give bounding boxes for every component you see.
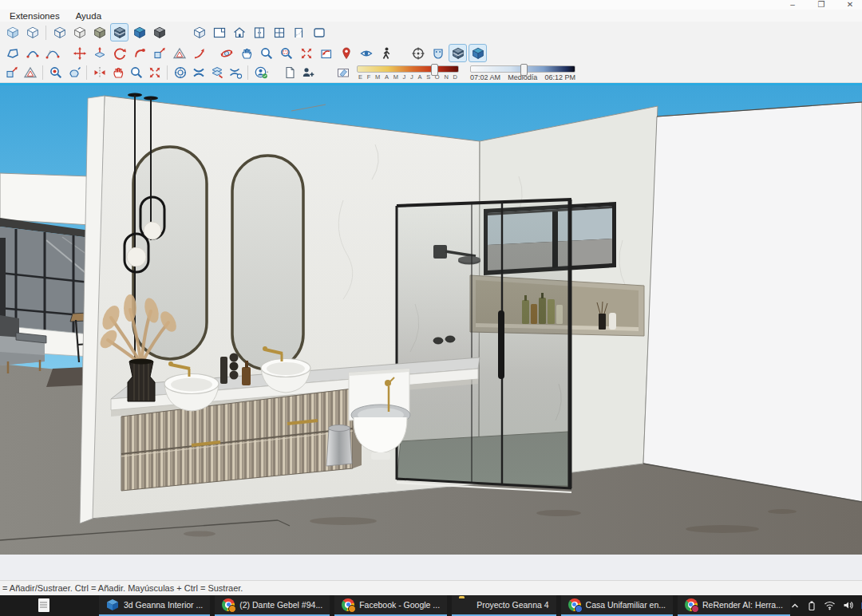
- date-slider-thumb[interactable]: [431, 64, 438, 76]
- zoom-tool-icon[interactable]: [257, 44, 275, 62]
- triangle-tool-icon[interactable]: [22, 65, 38, 81]
- close-button[interactable]: ✕: [844, 1, 856, 9]
- taskbar-app-3d-geanna-interior-[interactable]: 3d Geanna Interior ...: [99, 595, 210, 616]
- taskbar-app-rerender-ai-herra-[interactable]: ReRender AI: Herra...: [678, 595, 790, 616]
- shower-glass[interactable]: [397, 200, 570, 488]
- simplify-tool-icon[interactable]: [190, 44, 208, 62]
- curve-tool-icon[interactable]: [43, 44, 61, 62]
- time-slider-thumb[interactable]: [520, 64, 528, 76]
- tray-chevron-icon[interactable]: [790, 601, 800, 610]
- usb-device-icon[interactable]: [807, 600, 817, 611]
- month-tick: M: [393, 73, 398, 81]
- previous-view-icon[interactable]: [317, 44, 335, 62]
- closet-component-icon[interactable]: [250, 23, 268, 41]
- paint-tool-icon[interactable]: [65, 65, 82, 81]
- face-style-icon[interactable]: [429, 44, 447, 62]
- view-toggle-2-icon[interactable]: [469, 44, 487, 62]
- camera-target-icon[interactable]: [409, 44, 427, 62]
- trash-can[interactable]: [326, 424, 352, 466]
- add-person-icon[interactable]: [299, 65, 316, 81]
- wifi-icon[interactable]: [824, 600, 836, 610]
- layers-tool-icon[interactable]: [208, 65, 225, 81]
- sketchup-window: – ❐ ✕ Extensiones Ayuda EFMAMJJASOND: [0, 0, 862, 616]
- view-toggle-1-icon[interactable]: [449, 44, 467, 62]
- style-xray-icon[interactable]: [3, 23, 22, 41]
- magnifier-icon[interactable]: [128, 65, 144, 81]
- month-tick: M: [375, 73, 380, 81]
- shape-tool-icon[interactable]: [3, 44, 22, 62]
- arc-tool-icon[interactable]: [23, 44, 42, 62]
- render-tool-icon[interactable]: [172, 65, 188, 81]
- scale-box-icon[interactable]: [3, 65, 20, 81]
- followme-tool-icon[interactable]: [130, 44, 148, 62]
- toolbar-separator: [167, 65, 168, 80]
- orbit-tool-icon[interactable]: [217, 44, 235, 62]
- style-shaded-icon[interactable]: [90, 23, 109, 41]
- house-component-icon[interactable]: [230, 23, 248, 41]
- window-component-icon[interactable]: [210, 23, 228, 41]
- cabinet-component-icon[interactable]: [270, 23, 288, 41]
- menu-ayuda[interactable]: Ayuda: [76, 11, 101, 21]
- account-icon[interactable]: [252, 65, 269, 81]
- wave-cross-icon[interactable]: [190, 65, 207, 81]
- model-scene[interactable]: [0, 85, 862, 580]
- shadow-time-slider[interactable]: 07:02 AM Mediodía 06:12 PM: [470, 64, 575, 81]
- time-start-label: 07:02 AM: [470, 73, 500, 81]
- wave-gear-icon[interactable]: [227, 65, 243, 81]
- viewport-background: [0, 555, 862, 580]
- style-textured-icon[interactable]: [130, 23, 148, 41]
- folder-icon: [459, 598, 472, 611]
- style-wireframe-icon[interactable]: [50, 23, 69, 41]
- move-tool-icon[interactable]: [70, 44, 89, 62]
- menu-extensiones[interactable]: Extensiones: [10, 11, 60, 21]
- taskbar-app--2-dante-gebel-94-[interactable]: (2) Dante Gebel #94...: [215, 595, 330, 616]
- mirror-2[interactable]: [232, 156, 303, 369]
- time-end-label: 06:12 PM: [544, 73, 575, 81]
- component-box-icon[interactable]: [190, 23, 208, 41]
- 3d-viewport[interactable]: [0, 85, 862, 580]
- zoom-extents-2-icon[interactable]: [146, 65, 163, 81]
- grab-tool-icon[interactable]: [109, 65, 126, 81]
- toolbar-separator: [45, 26, 46, 40]
- position-camera-icon[interactable]: [337, 44, 355, 62]
- right-white-wall[interactable]: [643, 102, 862, 502]
- taskbar-app-facebook-google-[interactable]: Facebook - Google ...: [334, 595, 447, 616]
- maximize-button[interactable]: ❐: [816, 1, 827, 9]
- date-slider-track[interactable]: [357, 65, 459, 73]
- taskbar-app-casa-unifamiliar-en-[interactable]: Casa Unifamiliar en...: [561, 595, 673, 616]
- walk-tool-icon[interactable]: [377, 44, 395, 62]
- zoom-selection-icon[interactable]: [47, 65, 64, 81]
- system-tray: ESP 7:06 a. m. 21/04/2026: [790, 595, 862, 616]
- door-component-icon[interactable]: [290, 23, 308, 41]
- rotate-tool-icon[interactable]: [110, 44, 129, 62]
- pan-tool-icon[interactable]: [237, 44, 255, 62]
- style-monochrome-icon[interactable]: [150, 23, 168, 41]
- month-tick: S: [426, 73, 430, 81]
- taskbar-app-proyecto-geanna-4[interactable]: Proyecto Geanna 4: [452, 595, 556, 616]
- style-backedges-icon[interactable]: [23, 23, 42, 41]
- new-document-icon[interactable]: [281, 65, 298, 81]
- look-around-icon[interactable]: [357, 44, 375, 62]
- month-tick: F: [367, 73, 371, 81]
- shower-door-handle[interactable]: [498, 310, 504, 379]
- scale-tool-icon[interactable]: [150, 44, 168, 62]
- style-hiddenline-icon[interactable]: [70, 23, 89, 41]
- minimize-button[interactable]: –: [787, 1, 798, 9]
- toolbar-row-2: [0, 43, 862, 63]
- taskbar-app-label: Facebook - Google ...: [359, 600, 440, 610]
- speaker-icon[interactable]: [843, 600, 854, 610]
- pinned-document-icon[interactable]: [38, 598, 49, 612]
- pushpull-tool-icon[interactable]: [90, 44, 109, 62]
- taskbar-app-label: ReRender AI: Herra...: [702, 600, 783, 610]
- style-shaded-textures-icon[interactable]: [110, 23, 129, 41]
- zoom-window-icon[interactable]: [277, 44, 295, 62]
- shadow-date-slider[interactable]: EFMAMJJASOND: [357, 64, 459, 81]
- taskbar-app-label: Casa Unifamiliar en...: [586, 600, 666, 610]
- time-slider-track[interactable]: [470, 65, 575, 73]
- flip-tool-icon[interactable]: [91, 65, 108, 81]
- shadows-toggle-icon[interactable]: [334, 65, 351, 81]
- zoom-extents-icon[interactable]: [297, 44, 315, 62]
- chrome-icon: [342, 598, 354, 611]
- slab-component-icon[interactable]: [310, 23, 328, 41]
- offset-tool-icon[interactable]: [170, 44, 188, 62]
